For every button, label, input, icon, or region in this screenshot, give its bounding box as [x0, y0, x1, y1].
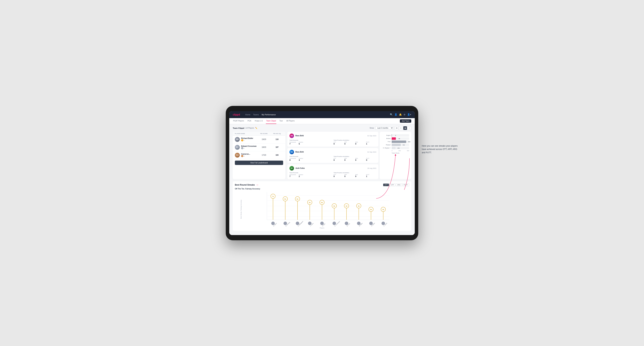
- bar-value: 3: [395, 135, 396, 136]
- streaks-chart-wrapper: Best Streak, Fairway Accuracy: [235, 192, 409, 227]
- chart-title: Total Shots: [382, 152, 409, 154]
- pc-name: Josh Coles: [296, 167, 305, 169]
- sub-nav: PGAT Players PGA Hcaps 1-5 Team Clippd T…: [229, 118, 415, 124]
- svg-text:5x: 5x: [321, 202, 323, 203]
- nav-links: Home Teams My Performance: [245, 113, 386, 116]
- streaks-filter: OTT APP ARG PUTT: [383, 183, 409, 186]
- player-badge: ♥ 1: [241, 139, 253, 141]
- bar-fill: 96: [392, 137, 396, 140]
- pc-avatar: JC: [290, 166, 294, 171]
- sub-nav-right: Add Team: [400, 119, 411, 123]
- list-view-btn[interactable]: ≡: [399, 126, 403, 130]
- pc-avatar: RB: [290, 150, 294, 154]
- practice-activities-group: Total Practice Activities OTT 0 APP: [334, 140, 376, 145]
- bar-fill: 311: [392, 144, 401, 146]
- bar-label: Bogeys: [382, 144, 390, 146]
- filter-btn[interactable]: ↕: [408, 126, 411, 130]
- filter-app-btn[interactable]: APP: [390, 183, 395, 186]
- sub-nav-tour[interactable]: Tour: [279, 118, 283, 124]
- bar-fill: 131: [392, 147, 396, 149]
- bar-chart-card: Eagles 3 Birdies: [380, 132, 411, 179]
- nav-my-performance[interactable]: My Performance: [262, 113, 276, 116]
- team-header-right: Show Last 3 months Last 6 months Last 12…: [370, 126, 411, 130]
- pc-name: Rees Britt: [296, 135, 304, 137]
- svg-text:4x: 4x: [334, 205, 335, 207]
- table-row[interactable]: EC Edward Crossman ♥ 2 18/20: [233, 144, 285, 151]
- team-header: Team Clippd | 14 Players ✏️ Show Last 3 …: [233, 126, 411, 130]
- player-name: Richard Butler: [241, 137, 253, 139]
- col-player-name: PLAYER NAME: [235, 133, 257, 134]
- streaks-header: Best Round Streaks ← OTT APP ARG PUTT: [235, 183, 409, 186]
- pb-avg: 103: [271, 154, 283, 156]
- edit-icon[interactable]: ✏️: [255, 127, 257, 129]
- right-panel: RB Rees Britt 02 Sep 2023 Total Rounds: [287, 132, 411, 179]
- nav-bar: clippd Home Teams My Performance 🔍 👤 🔔 ⊕…: [229, 111, 415, 118]
- bar-track: 96: [392, 137, 409, 140]
- avatar: CA: [235, 153, 240, 158]
- nav-home[interactable]: Home: [245, 113, 250, 116]
- bell-icon[interactable]: 🔔: [399, 113, 402, 116]
- players-x-label: Players: [235, 227, 409, 229]
- pc-name: Rees Britt: [296, 151, 304, 153]
- pc-date: 02 Sep 2023: [367, 135, 376, 137]
- avatar-icon[interactable]: 👤▾: [407, 113, 411, 116]
- target-icon[interactable]: ⊕: [404, 113, 406, 116]
- grid-view-btn[interactable]: ⊞: [395, 126, 399, 130]
- player-card-1: RB Rees Britt 02 Sep 2023 Total Rounds: [287, 148, 378, 163]
- pb-avg: 107: [271, 146, 283, 148]
- filter-putt-btn[interactable]: PUTT: [402, 183, 409, 186]
- avatar: EC: [235, 145, 240, 150]
- col-pb-score: PB SCORE: [257, 133, 271, 134]
- streaks-subtitle: Off The Tee, Fairway Accuracy: [235, 188, 409, 190]
- sub-nav-all-players[interactable]: All Players: [286, 118, 295, 124]
- sub-nav-hcaps[interactable]: Hcaps 1-5: [254, 118, 263, 124]
- player-badge: ♥ 3: [241, 155, 250, 157]
- two-col-layout: PLAYER NAME PB SCORE PB AVG SQ RB Richar…: [233, 132, 411, 179]
- streaks-title: Best Round Streaks: [235, 184, 255, 186]
- badge-bronze-icon: ♥: [241, 155, 243, 157]
- svg-text:4x: 4x: [358, 205, 360, 207]
- table-row[interactable]: CA Cameron... ♥ 3 17/20 103: [233, 151, 285, 159]
- bar-label: Birdies: [382, 138, 390, 139]
- svg-text:4x: 4x: [346, 205, 348, 207]
- main-content: Team Clippd | 14 Players ✏️ Show Last 3 …: [229, 124, 415, 235]
- user-icon[interactable]: 👤: [394, 113, 397, 116]
- sub-nav-team-clippd[interactable]: Team Clippd: [266, 118, 276, 124]
- player-info: EC Edward Crossman ♥ 2: [235, 145, 257, 150]
- player-card-rees: RB Rees Britt 02 Sep 2023 Total Rounds: [287, 132, 378, 147]
- player-name: Cameron...: [241, 153, 250, 155]
- period-select[interactable]: Last 3 months Last 6 months Last 12 mont…: [376, 126, 394, 130]
- card-view-btn[interactable]: ▦: [403, 126, 407, 130]
- pc-stats: Total Rounds Tournament 7 Practice: [290, 172, 376, 177]
- pc-stats: Total Rounds Tournament 8 Practice: [290, 156, 376, 161]
- badge-gold-icon: ♥: [241, 139, 243, 141]
- nav-teams[interactable]: Teams: [253, 113, 259, 116]
- pb-score: 19/20: [257, 138, 271, 140]
- team-count: | 14 Players: [245, 127, 254, 129]
- show-label: Show: [370, 127, 374, 129]
- filter-arg-btn[interactable]: ARG: [396, 183, 402, 186]
- y-axis-container: Best Streak, Fairway Accuracy: [235, 192, 247, 227]
- bar-track: 3: [392, 134, 409, 137]
- pc-stats: Total Rounds Tournament 7 Practice: [290, 140, 376, 145]
- player-info: CA Cameron... ♥ 3: [235, 153, 257, 158]
- search-icon[interactable]: 🔍: [390, 113, 393, 116]
- col-pb-avg: PB AVG SQ: [271, 133, 283, 134]
- bar-value: 96: [398, 138, 400, 139]
- svg-text:6x: 6x: [296, 198, 298, 200]
- streaks-section: Best Round Streaks ← OTT APP ARG PUTT Of…: [233, 181, 411, 231]
- table-row[interactable]: RB Richard Butler ♥ 1 19/20: [233, 136, 285, 144]
- player-card-2: JC Josh Coles 26 Aug 2023 Total Rounds: [287, 164, 378, 179]
- pc-header: RB Rees Britt 02 Sep 2023: [290, 150, 376, 154]
- team-title: Team Clippd: [233, 127, 244, 129]
- badge-silver-icon: ♥: [241, 147, 243, 149]
- sub-nav-pga[interactable]: PGA: [247, 118, 252, 124]
- bar-row-birdies: Birdies 96: [382, 137, 409, 140]
- total-rounds-group: Total Rounds Tournament 7 Practice: [290, 140, 332, 145]
- view-full-leaderboard-button[interactable]: View Full Leaderboard: [235, 161, 283, 165]
- sub-nav-pgat[interactable]: PGAT Players: [233, 118, 244, 124]
- bar-track: 311: [392, 144, 409, 146]
- add-team-button[interactable]: Add Team: [400, 119, 411, 123]
- pb-score: 18/20: [257, 146, 271, 148]
- filter-ott-btn[interactable]: OTT: [383, 183, 389, 186]
